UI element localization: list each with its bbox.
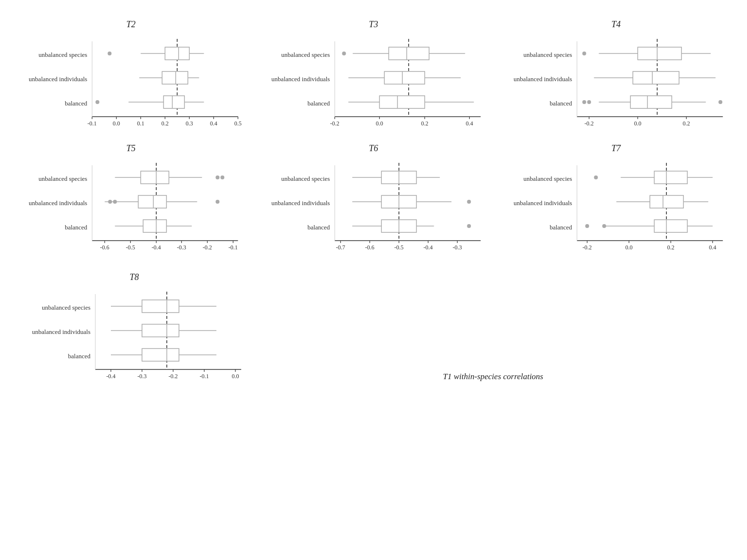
- svg-text:-0.2: -0.2: [203, 244, 212, 251]
- ylabel-T2-1: unbalanced individuals: [29, 75, 87, 83]
- box-T2-0: [165, 47, 189, 60]
- ylabel-T2-2: balanced: [65, 100, 88, 107]
- xticklabel-T2-2: 0.1: [137, 120, 144, 127]
- svg-point-48: [719, 100, 723, 104]
- panel-title-T2: T2: [126, 19, 136, 30]
- panel-T8-container: T8 -0.4 -0.3 -0.2 -0.1 0.0: [15, 272, 254, 391]
- chart-svg-T3: -0.2 0.0 0.2 0.4: [257, 32, 490, 139]
- svg-text:-0.4: -0.4: [106, 373, 115, 380]
- chart-area-T8: -0.4 -0.3 -0.2 -0.1 0.0: [22, 284, 246, 391]
- outlier-T2-0-0: [107, 52, 111, 55]
- svg-point-77: [108, 200, 112, 204]
- svg-text:0.4: 0.4: [465, 120, 473, 127]
- svg-rect-169: [142, 349, 179, 361]
- svg-text:0.0: 0.0: [625, 244, 633, 251]
- svg-point-113: [467, 224, 471, 228]
- chart-area-T4: -0.2 0.0 0.2: [499, 32, 732, 139]
- xticklabel-T2-0: -0.1: [88, 120, 97, 127]
- svg-text:0.2: 0.2: [667, 244, 675, 251]
- svg-text:unbalanced individuals: unbalanced individuals: [271, 75, 330, 83]
- svg-point-142: [603, 224, 606, 228]
- svg-text:unbalanced species: unbalanced species: [38, 175, 87, 182]
- xticklabel-T2-5: 0.4: [210, 120, 217, 127]
- chart-svg-T6: -0.7 -0.6 -0.5 -0.4 -0.3: [257, 156, 490, 262]
- svg-text:unbalanced species: unbalanced species: [524, 175, 572, 182]
- svg-text:unbalanced individuals: unbalanced individuals: [32, 328, 90, 335]
- svg-text:balanced: balanced: [65, 224, 88, 231]
- panel-title-T7: T7: [611, 143, 621, 154]
- svg-point-79: [215, 200, 219, 204]
- panel-title-T8: T8: [129, 272, 139, 282]
- svg-text:balanced: balanced: [307, 100, 330, 107]
- svg-point-132: [594, 175, 598, 179]
- box-T2-1: [162, 71, 188, 84]
- svg-point-141: [586, 224, 589, 228]
- svg-text:balanced: balanced: [307, 224, 330, 231]
- svg-text:-0.2: -0.2: [330, 120, 339, 127]
- panel-T5: T5 -0.6 -0.5 -0.4 -0.3 -0.2 -0.1: [15, 143, 248, 262]
- outlier-T2-2-0: [95, 100, 99, 104]
- svg-text:0.2: 0.2: [421, 120, 428, 127]
- chart-area-T5: -0.6 -0.5 -0.4 -0.3 -0.2 -0.1: [15, 156, 248, 262]
- xticklabel-T2-6: 0.5: [234, 120, 242, 127]
- svg-rect-130: [655, 171, 688, 184]
- svg-text:unbalanced individuals: unbalanced individuals: [514, 75, 572, 83]
- svg-text:0.0: 0.0: [375, 120, 383, 127]
- svg-rect-82: [143, 220, 166, 232]
- svg-text:balanced: balanced: [550, 224, 572, 231]
- svg-text:-0.3: -0.3: [452, 244, 462, 251]
- svg-point-47: [587, 100, 591, 104]
- chart-area-T6: -0.7 -0.6 -0.5 -0.4 -0.3: [257, 156, 490, 262]
- svg-text:-0.4: -0.4: [152, 244, 161, 251]
- svg-text:balanced: balanced: [68, 352, 91, 360]
- xticklabel-T2-4: 0.3: [186, 120, 193, 127]
- svg-text:-0.4: -0.4: [423, 244, 432, 251]
- panel-T2: T2 unbalanced species unbalanced individ…: [15, 19, 248, 139]
- panel-T3: T3 -0.2 0.0 0.2 0.4: [257, 19, 490, 139]
- panel-title-T3: T3: [369, 19, 378, 30]
- svg-text:unbalanced species: unbalanced species: [524, 51, 572, 58]
- svg-text:-0.6: -0.6: [365, 244, 374, 251]
- svg-text:unbalanced individuals: unbalanced individuals: [29, 199, 87, 207]
- panel-T6: T6 -0.7 -0.6 -0.5 -0.4 -0.3: [257, 143, 490, 262]
- svg-text:unbalanced species: unbalanced species: [42, 304, 90, 311]
- panel-title-T5: T5: [126, 143, 136, 154]
- chart-area-T3: -0.2 0.0 0.2 0.4: [257, 32, 490, 139]
- svg-point-71: [215, 175, 219, 179]
- svg-text:-0.7: -0.7: [336, 244, 345, 251]
- svg-rect-44: [631, 96, 672, 108]
- svg-text:-0.2: -0.2: [168, 373, 178, 380]
- svg-rect-69: [141, 171, 169, 184]
- panel-title-T6: T6: [369, 143, 378, 154]
- svg-text:-0.6: -0.6: [100, 244, 109, 251]
- svg-point-72: [220, 175, 224, 179]
- svg-rect-19: [379, 96, 425, 108]
- box-T2-2: [163, 96, 184, 108]
- svg-text:unbalanced individuals: unbalanced individuals: [271, 199, 330, 207]
- svg-rect-161: [142, 300, 179, 313]
- chart-svg-T4: -0.2 0.0 0.2: [499, 32, 732, 139]
- svg-rect-15: [384, 71, 425, 84]
- chart-svg-T7: -0.2 0.0 0.2 0.4: [499, 156, 732, 262]
- svg-text:balanced: balanced: [550, 100, 572, 107]
- footer-label: T1 within-species correlations: [443, 372, 543, 382]
- svg-text:-0.5: -0.5: [394, 244, 403, 251]
- svg-point-108: [467, 200, 471, 204]
- xticklabel-T2-3: 0.2: [161, 120, 169, 127]
- svg-text:-0.1: -0.1: [199, 373, 209, 380]
- svg-point-12: [342, 52, 346, 55]
- footer-label-container: T1 within-species correlations: [254, 363, 732, 391]
- svg-point-37: [583, 52, 587, 55]
- chart-svg-T8: -0.4 -0.3 -0.2 -0.1 0.0: [22, 284, 246, 391]
- panel-title-T4: T4: [611, 19, 621, 30]
- chart-area-T2: unbalanced species unbalanced individual…: [15, 32, 248, 139]
- svg-rect-40: [633, 71, 679, 84]
- svg-rect-135: [650, 195, 684, 208]
- svg-text:-0.3: -0.3: [177, 244, 186, 251]
- panel-T4: T4 -0.2 0.0 0.2: [499, 19, 732, 139]
- chart-svg-T2: unbalanced species unbalanced individual…: [15, 32, 248, 139]
- svg-text:-0.3: -0.3: [137, 373, 146, 380]
- svg-text:-0.5: -0.5: [126, 244, 135, 251]
- svg-text:0.0: 0.0: [634, 120, 641, 127]
- svg-point-78: [113, 200, 117, 204]
